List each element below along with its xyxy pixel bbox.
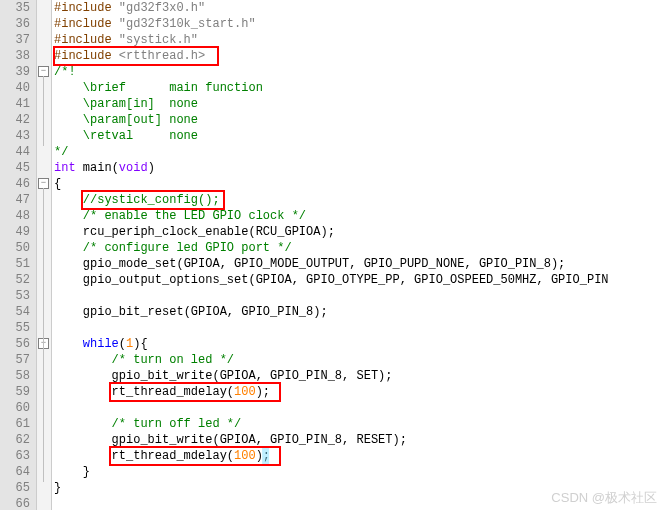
line-number: 60 (4, 400, 30, 416)
line-number: 49 (4, 224, 30, 240)
code-line[interactable] (54, 496, 665, 510)
line-number: 39 (4, 64, 30, 80)
code-line[interactable]: } (54, 480, 665, 496)
code-line[interactable]: */ (54, 144, 665, 160)
code-line[interactable]: rcu_periph_clock_enable(RCU_GPIOA); (54, 224, 665, 240)
line-number: 51 (4, 256, 30, 272)
code-line[interactable]: //systick_config(); (54, 192, 665, 208)
code-line[interactable] (54, 320, 665, 336)
line-number: 61 (4, 416, 30, 432)
code-line[interactable]: \param[in] none (54, 96, 665, 112)
line-number: 48 (4, 208, 30, 224)
line-number: 45 (4, 160, 30, 176)
line-number: 54 (4, 304, 30, 320)
line-number: 57 (4, 352, 30, 368)
code-line[interactable]: \brief main function (54, 80, 665, 96)
line-number: 66 (4, 496, 30, 510)
line-number: 38 (4, 48, 30, 64)
code-line[interactable]: /*! (54, 64, 665, 80)
code-line[interactable]: gpio_bit_write(GPIOA, GPIO_PIN_8, SET); (54, 368, 665, 384)
code-line[interactable]: /* configure led GPIO port */ (54, 240, 665, 256)
code-line[interactable]: \param[out] none (54, 112, 665, 128)
line-number: 55 (4, 320, 30, 336)
line-number: 47 (4, 192, 30, 208)
code-line[interactable]: rt_thread_mdelay(100); (54, 384, 665, 400)
code-editor[interactable]: 3536373839404142434445464748495051525354… (0, 0, 665, 510)
code-line[interactable]: #include "gd32f3x0.h" (54, 0, 665, 16)
line-number: 56 (4, 336, 30, 352)
line-number: 46 (4, 176, 30, 192)
fold-column[interactable]: −−− (37, 0, 52, 510)
line-number: 43 (4, 128, 30, 144)
code-line[interactable]: int main(void) (54, 160, 665, 176)
line-number: 58 (4, 368, 30, 384)
code-line[interactable]: #include "gd32f310k_start.h" (54, 16, 665, 32)
code-line[interactable]: gpio_bit_write(GPIOA, GPIO_PIN_8, RESET)… (54, 432, 665, 448)
line-number: 64 (4, 464, 30, 480)
code-area[interactable]: #include "gd32f3x0.h"#include "gd32f310k… (52, 0, 665, 510)
line-number: 40 (4, 80, 30, 96)
code-line[interactable]: while(1){ (54, 336, 665, 352)
line-number-gutter: 3536373839404142434445464748495051525354… (0, 0, 37, 510)
line-number: 53 (4, 288, 30, 304)
line-number: 41 (4, 96, 30, 112)
code-line[interactable]: #include "systick.h" (54, 32, 665, 48)
line-number: 42 (4, 112, 30, 128)
line-number: 44 (4, 144, 30, 160)
code-line[interactable]: gpio_mode_set(GPIOA, GPIO_MODE_OUTPUT, G… (54, 256, 665, 272)
line-number: 63 (4, 448, 30, 464)
code-line[interactable] (54, 400, 665, 416)
line-number: 52 (4, 272, 30, 288)
code-line[interactable]: gpio_output_options_set(GPIOA, GPIO_OTYP… (54, 272, 665, 288)
line-number: 50 (4, 240, 30, 256)
line-number: 65 (4, 480, 30, 496)
code-line[interactable]: \retval none (54, 128, 665, 144)
code-line[interactable]: rt_thread_mdelay(100); (54, 448, 665, 464)
code-line[interactable]: gpio_bit_reset(GPIOA, GPIO_PIN_8); (54, 304, 665, 320)
code-line[interactable]: #include <rtthread.h> (54, 48, 665, 64)
code-line[interactable]: { (54, 176, 665, 192)
line-number: 36 (4, 16, 30, 32)
line-number: 35 (4, 0, 30, 16)
line-number: 59 (4, 384, 30, 400)
code-line[interactable]: /* turn off led */ (54, 416, 665, 432)
code-line[interactable]: /* turn on led */ (54, 352, 665, 368)
code-line[interactable]: } (54, 464, 665, 480)
line-number: 62 (4, 432, 30, 448)
code-line[interactable]: /* enable the LED GPIO clock */ (54, 208, 665, 224)
code-line[interactable] (54, 288, 665, 304)
line-number: 37 (4, 32, 30, 48)
